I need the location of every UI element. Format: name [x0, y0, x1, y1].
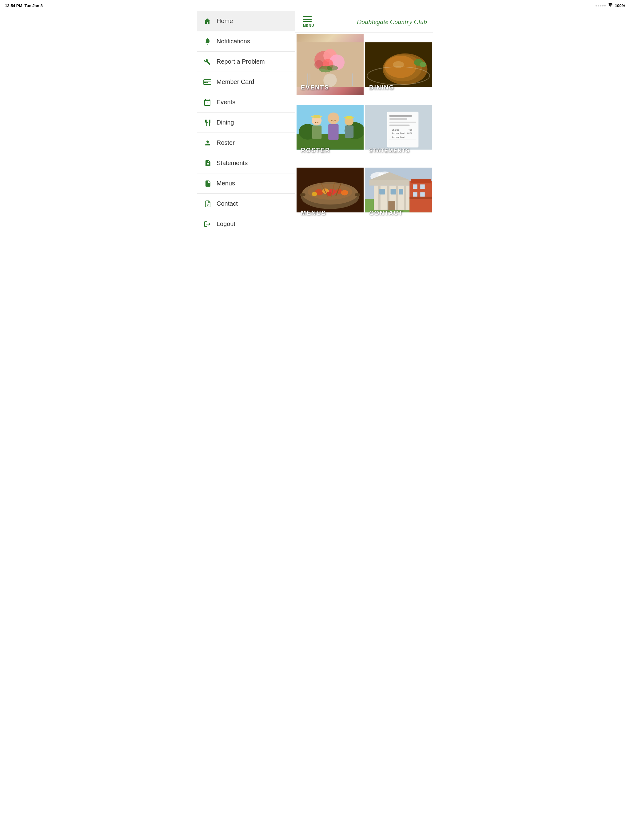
svg-rect-45 [389, 122, 416, 123]
tile-contact[interactable]: CONTACT [365, 159, 432, 221]
svg-rect-88 [413, 192, 418, 197]
club-title: Doublegate Country Club [356, 18, 427, 26]
calendar-icon: 30 [203, 98, 212, 107]
tile-events[interactable]: EVENTS [296, 34, 364, 95]
svg-rect-89 [420, 192, 425, 197]
svg-rect-44 [389, 118, 407, 120]
svg-rect-85 [411, 179, 431, 183]
sidebar-item-member-card[interactable]: Member Card [197, 72, 295, 92]
main-header: MENU Doublegate Country Club [295, 11, 433, 33]
svg-rect-36 [328, 124, 339, 140]
bell-icon [203, 37, 212, 46]
sidebar-logout-label: Logout [217, 221, 235, 227]
sidebar-dining-label: Dining [217, 119, 234, 126]
svg-rect-90 [410, 197, 432, 199]
sidebar-menus-label: Menus [217, 180, 235, 187]
sidebar-member-card-label: Member Card [217, 78, 254, 85]
menu-line-2 [303, 19, 312, 20]
sidebar-item-report[interactable]: Report a Problem [197, 52, 295, 72]
svg-text:Charge: Charge [392, 128, 399, 131]
card-icon [203, 78, 212, 87]
menu-line-3 [303, 21, 312, 22]
document-icon [203, 159, 212, 167]
person-icon [203, 139, 212, 147]
svg-rect-2 [204, 82, 206, 83]
sidebar-contact-label: Contact [217, 200, 238, 207]
svg-rect-43 [389, 115, 412, 117]
svg-text:Amount Paid: Amount Paid [392, 136, 405, 139]
tile-events-label: EVENTS [301, 84, 329, 91]
menu-button-label: MENU [303, 24, 314, 27]
svg-rect-39 [347, 116, 351, 119]
tile-statements[interactable]: Charge 7.00 Amount Paid 80.00 Amount Pai… [365, 96, 432, 158]
tile-statements-label: STATEMENTS [369, 148, 410, 154]
menu-line-1 [303, 16, 312, 17]
svg-rect-82 [399, 189, 403, 194]
sidebar-item-notifications[interactable]: Notifications [197, 32, 295, 52]
tile-menus[interactable]: MENUS [296, 159, 364, 221]
svg-rect-40 [345, 125, 354, 138]
tile-contact-label: CONTACT [369, 209, 403, 216]
home-icon [203, 17, 212, 25]
svg-point-14 [327, 65, 338, 70]
svg-rect-80 [379, 189, 385, 194]
sidebar-notifications-label: Notifications [217, 38, 250, 45]
sidebar: Home Notifications Report a Problem [197, 11, 295, 840]
tiles-grid: EVENTS [295, 33, 433, 222]
sidebar-statements-label: Statements [217, 159, 248, 167]
file2-icon [203, 199, 212, 208]
app-container: Home Notifications Report a Problem [197, 11, 433, 840]
svg-point-24 [419, 62, 426, 67]
svg-rect-81 [391, 189, 396, 194]
sidebar-item-events[interactable]: 30 Events [197, 92, 295, 112]
svg-rect-67 [355, 193, 360, 196]
svg-rect-79 [404, 185, 406, 210]
logout-icon [203, 220, 212, 229]
tile-roster-label: ROSTER [301, 147, 330, 154]
svg-rect-83 [388, 201, 395, 210]
sidebar-item-roster[interactable]: Roster [197, 133, 295, 153]
svg-text:80.00: 80.00 [407, 132, 413, 134]
sidebar-item-home[interactable]: Home [197, 11, 295, 32]
svg-rect-78 [396, 185, 398, 210]
svg-rect-3 [206, 82, 208, 83]
svg-point-35 [328, 112, 339, 124]
svg-point-68 [308, 184, 352, 199]
svg-text:Amount Paid: Amount Paid [392, 132, 405, 135]
menu-button[interactable]: MENU [301, 15, 316, 29]
sidebar-home-label: Home [217, 17, 233, 25]
svg-text:7.00: 7.00 [408, 129, 413, 131]
wrench-icon [203, 57, 212, 66]
sidebar-events-label: Events [217, 99, 235, 106]
sidebar-item-statements[interactable]: Statements [197, 153, 295, 174]
sidebar-roster-label: Roster [217, 139, 235, 146]
svg-rect-46 [389, 125, 410, 126]
sidebar-report-label: Report a Problem [217, 58, 265, 65]
tile-dining-label: DINING [369, 84, 394, 91]
tile-dining[interactable]: DINING [365, 34, 432, 95]
sidebar-item-dining[interactable]: Dining [197, 112, 295, 133]
svg-rect-66 [300, 193, 306, 196]
svg-rect-87 [420, 185, 425, 189]
status-bar: 12:54 PM Tue Jan 8 100% [197, 0, 433, 11]
sidebar-item-contact[interactable]: Contact [197, 194, 295, 214]
svg-rect-86 [413, 185, 418, 189]
svg-text:30: 30 [206, 102, 208, 105]
svg-rect-34 [312, 125, 322, 139]
main-content: MENU Doublegate Country Club [295, 11, 433, 840]
fork-icon [203, 118, 212, 127]
tile-roster[interactable]: ROSTER [296, 96, 364, 158]
tile-menus-label: MENUS [301, 209, 326, 216]
sidebar-item-logout[interactable]: Logout [197, 214, 295, 234]
sidebar-item-menus[interactable]: Menus [197, 174, 295, 194]
svg-marker-74 [369, 180, 410, 185]
file-icon [203, 179, 212, 188]
svg-rect-33 [313, 115, 320, 118]
